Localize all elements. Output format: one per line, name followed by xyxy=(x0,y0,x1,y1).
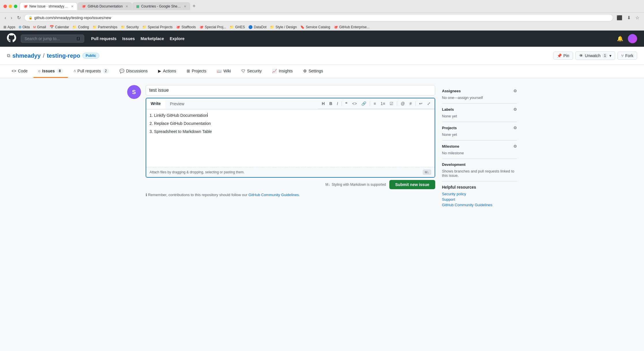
reload-button[interactable]: ↻ xyxy=(16,14,22,22)
link-button[interactable]: 🔗 xyxy=(360,100,368,107)
user-avatar[interactable] xyxy=(628,34,637,43)
projects-header: Projects ⚙ xyxy=(442,125,517,130)
github-logo[interactable] xyxy=(7,33,16,44)
github-search[interactable]: Search or jump to... / xyxy=(21,35,84,43)
notifications-button[interactable]: 🔔 xyxy=(617,35,623,42)
bookmark-coding[interactable]: 📁 Coding xyxy=(72,25,89,29)
nav-discussions[interactable]: 💬 Discussions xyxy=(115,65,152,78)
bookmark-okta[interactable]: O Okta xyxy=(19,25,30,29)
toolbar-separator-1 xyxy=(341,101,342,106)
mention-button[interactable]: @ xyxy=(399,100,406,107)
nav-code[interactable]: <> Code xyxy=(7,65,32,78)
ordered-list-button[interactable]: 1≡ xyxy=(379,100,387,107)
submit-new-issue-button[interactable]: Submit new issue xyxy=(389,180,435,189)
bookmark-security[interactable]: 📁 Security xyxy=(121,25,139,29)
back-button[interactable]: ‹ xyxy=(3,14,7,22)
nav-insights[interactable]: 📈 Insights xyxy=(267,65,297,78)
nav-issues[interactable]: ○ Issues 8 xyxy=(33,65,68,78)
unwatch-button[interactable]: 👁 Unwatch 1 ▾ xyxy=(575,51,615,60)
support-link[interactable]: Support xyxy=(442,197,517,202)
nav-actions[interactable]: ▶ Actions xyxy=(153,65,181,78)
issues-icon: ○ xyxy=(38,69,40,73)
unordered-list-button[interactable]: ≡ xyxy=(372,100,378,107)
italic-button[interactable]: I xyxy=(335,100,340,107)
bookmark-service-catalog[interactable]: 🔖 Service Catalog xyxy=(300,25,330,29)
download-button[interactable]: ⬇ xyxy=(626,14,632,22)
quote-button[interactable]: ❝ xyxy=(343,100,349,107)
bookmark-ghes[interactable]: 📁 GHES xyxy=(230,25,245,29)
tab1-close-icon[interactable]: ✕ xyxy=(71,5,74,8)
repo-owner[interactable]: shmeadyy xyxy=(12,52,41,59)
nav-wiki[interactable]: 📖 Wiki xyxy=(212,65,235,78)
nav-projects[interactable]: ⊞ Projects xyxy=(182,65,211,78)
nav-security[interactable]: 🛡 Security xyxy=(237,65,266,78)
bookmark-button[interactable]: ☆ xyxy=(634,14,641,22)
sidebar: Assignees ⚙ No one—assign yourself Label… xyxy=(442,85,517,212)
assignees-value[interactable]: No one—assign yourself xyxy=(442,95,517,100)
browser-chrome: 🐙 New Issue · shmeadyy/testing... ✕ 🐙 Gi… xyxy=(0,0,644,31)
address-bar[interactable]: 🔒 github.com/shmeadyy/testing-repo/issue… xyxy=(24,14,613,21)
issue-body-line-1: 1. Linkify GitHub Documentation xyxy=(150,113,431,118)
bookmark-datadot[interactable]: 🔵 DataDot xyxy=(248,25,266,29)
milestone-gear-button[interactable]: ⚙ xyxy=(513,144,517,149)
github-nav: Pull requests Issues Marketplace Explore xyxy=(91,36,185,41)
nav-pull-requests[interactable]: Pull requests xyxy=(91,36,117,41)
repo-visibility-badge: Public xyxy=(82,53,99,59)
bookmark-partnerships[interactable]: 📁 Partnerships xyxy=(93,25,117,29)
extensions-button[interactable]: ⬛ xyxy=(615,14,624,22)
markdown-badge: M↓ xyxy=(423,170,431,175)
close-dot[interactable] xyxy=(3,5,7,8)
bold-button[interactable]: B xyxy=(328,100,334,107)
nav-issues[interactable]: Issues xyxy=(122,36,135,41)
bookmark-special-proj[interactable]: 🐙 Special Proj... xyxy=(199,25,226,29)
fork-button[interactable]: ⑂ Fork xyxy=(617,52,637,60)
editor-body[interactable]: 1. Linkify GitHub Documentation 2. Repla… xyxy=(146,109,435,167)
undo-button[interactable]: ↩ xyxy=(417,100,424,107)
browser-tab-1[interactable]: 🐙 New Issue · shmeadyy/testing... ✕ xyxy=(20,2,77,10)
new-tab-button[interactable]: + xyxy=(191,2,197,10)
security-policy-link[interactable]: Security policy xyxy=(442,192,517,196)
forward-button[interactable]: › xyxy=(10,14,13,22)
repo-name[interactable]: testing-repo xyxy=(47,52,80,59)
bookmark-stafftools[interactable]: 🐙 Stafftools xyxy=(176,25,196,29)
browser-tab-3[interactable]: ▦ Countries - Google Sheets ✕ xyxy=(132,2,190,10)
bookmark-apps[interactable]: ⊞ Apps xyxy=(3,25,15,29)
bookmark-special-projects[interactable]: 📁 Special Projects xyxy=(142,25,172,29)
bookmark-github-enterprise[interactable]: 🐙 GitHub Enterprise... xyxy=(334,25,369,29)
write-tab[interactable]: Write xyxy=(146,99,166,109)
attach-files-area[interactable]: Attach files by dragging & dropping, sel… xyxy=(146,167,435,177)
repo-nav: <> Code ○ Issues 8 ⑃ Pull requests 2 💬 D… xyxy=(0,65,644,78)
maximize-dot[interactable] xyxy=(14,5,17,8)
community-guidelines-sidebar-link[interactable]: GitHub Community Guidelines xyxy=(442,203,517,207)
preview-tab[interactable]: Preview xyxy=(165,99,189,108)
bookmark-style-design[interactable]: 📁 Style / Design xyxy=(270,25,297,29)
task-list-button[interactable]: ☑ xyxy=(388,100,395,107)
bookmark-gmail[interactable]: M Gmail xyxy=(33,25,46,29)
repo-separator: / xyxy=(43,52,45,59)
minimize-dot[interactable] xyxy=(9,5,12,8)
wiki-icon: 📖 xyxy=(217,69,221,73)
assignees-gear-button[interactable]: ⚙ xyxy=(513,89,517,93)
nav-explore[interactable]: Explore xyxy=(170,36,184,41)
bookmark-datadot-label: DataDot xyxy=(254,25,266,29)
bookmark-calendar[interactable]: 📅 Calendar xyxy=(50,25,69,29)
projects-gear-button[interactable]: ⚙ xyxy=(513,125,517,130)
tab2-close-icon[interactable]: ✕ xyxy=(125,5,128,8)
development-description: Shows branches and pull requests linked … xyxy=(442,169,517,178)
browser-tab-2[interactable]: 🐙 GitHub Documentation ✕ xyxy=(78,2,132,10)
labels-gear-button[interactable]: ⚙ xyxy=(513,107,517,112)
heading-button[interactable]: H xyxy=(320,100,326,107)
markdown-note-text: Styling with Markdown is supported xyxy=(332,183,386,187)
pin-button[interactable]: 📌 Pin xyxy=(553,52,573,60)
development-title: Development xyxy=(442,162,466,167)
issue-title-input[interactable] xyxy=(146,85,435,95)
unwatch-chevron-icon[interactable]: ▾ xyxy=(609,53,611,58)
ref-button[interactable]: # xyxy=(408,100,414,107)
nav-marketplace[interactable]: Marketplace xyxy=(141,36,164,41)
code-button[interactable]: <> xyxy=(350,100,358,107)
nav-pull-requests[interactable]: ⑃ Pull requests 2 xyxy=(69,65,114,78)
nav-settings[interactable]: ⚙ Settings xyxy=(298,65,328,78)
community-guidelines-link[interactable]: GitHub Community Guidelines xyxy=(248,193,299,197)
tab3-close-icon[interactable]: ✕ xyxy=(184,5,186,8)
fullscreen-button[interactable]: ⤢ xyxy=(425,100,432,107)
